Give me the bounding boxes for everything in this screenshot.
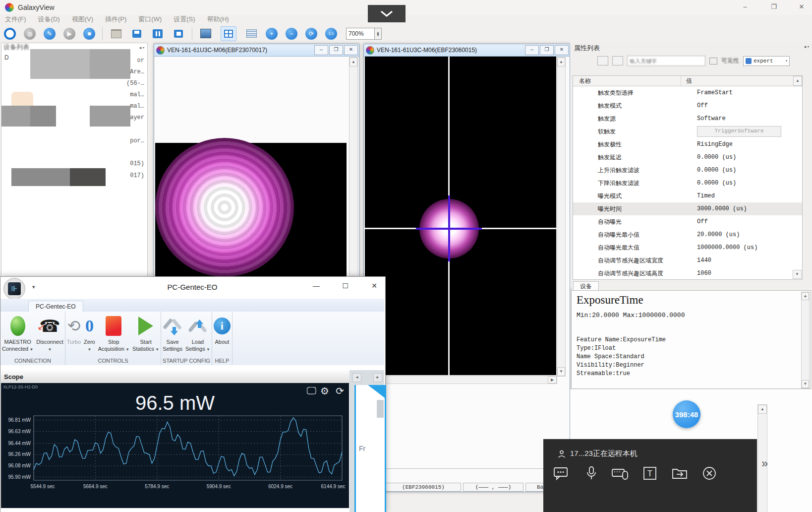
property-value[interactable]: 1060 (697, 270, 711, 277)
zero-button[interactable]: 0Zero ▼ (84, 314, 95, 353)
panel-pin-icon[interactable]: ◂ ▪ (804, 44, 809, 49)
scroll-right-icon[interactable]: ▶ (548, 376, 557, 384)
property-row[interactable]: 触发模式Off (573, 99, 802, 112)
gentec-minimize-button[interactable]: — (313, 282, 320, 290)
single-window-icon[interactable] (173, 28, 184, 39)
camera2-minimize-button[interactable]: – (525, 45, 539, 55)
visibility-dropdown[interactable]: expert ▾ (743, 56, 790, 66)
property-row[interactable]: 触发类型选择FrameStart (573, 86, 802, 99)
menu-item[interactable]: 视图(V) (72, 14, 93, 25)
camera1-maximize-button[interactable]: ❐ (329, 45, 343, 55)
camera1-minimize-button[interactable]: – (314, 45, 328, 55)
property-grid-icon[interactable] (245, 28, 257, 39)
property-row[interactable]: 上升沿触发滤波0.0000 (us) (573, 164, 802, 177)
stop-acquisition-button[interactable]: StopAcquisition ▼ (98, 314, 129, 353)
property-value[interactable]: 3000.0000 (us) (697, 205, 747, 212)
scroll-up-icon[interactable]: ▲ (793, 76, 802, 86)
zoom-in-icon[interactable]: + (266, 28, 278, 40)
camera1-titlebar[interactable]: VEN-161-61U3C-M06(EBF23070017) – ❐ ✕ (154, 44, 359, 57)
load-settings-button[interactable]: LoadSettings ▼ (185, 314, 210, 353)
filter-option-icon[interactable] (709, 58, 717, 64)
enumerate-devices-icon[interactable]: ◍ (24, 28, 36, 40)
remote-more-chevron[interactable]: » (761, 456, 768, 470)
open-file-icon[interactable] (110, 28, 122, 39)
property-row[interactable]: 自动曝光最大值1000000.0000 (us) (573, 241, 802, 254)
gentec-maximize-button[interactable]: ☐ (342, 282, 348, 290)
property-row[interactable]: 触发源Software (573, 112, 802, 125)
microphone-icon[interactable] (583, 465, 600, 482)
property-row[interactable]: 自动调节感兴趣区域高度1060 (573, 267, 802, 280)
camera1-vscrollbar[interactable]: ▲ (349, 57, 358, 276)
pause-icon[interactable] (152, 28, 164, 39)
zoom-reset-icon[interactable]: ⟳ (305, 28, 317, 40)
stop-acquisition-icon[interactable]: ■ (83, 28, 95, 40)
save-image-icon[interactable] (131, 28, 143, 39)
keyboard-mouse-icon[interactable] (612, 465, 629, 482)
column-value[interactable]: 值 (681, 76, 793, 86)
panel-next-icon[interactable]: ► (373, 373, 382, 382)
column-name[interactable]: 名称 (573, 76, 681, 86)
file-transfer-icon[interactable] (671, 465, 688, 482)
gentec-ribbon-tab[interactable]: PC-Gentec-EO (28, 301, 83, 312)
scroll-down-icon[interactable]: ▼ (557, 367, 565, 376)
menu-item[interactable]: 插件(P) (105, 14, 126, 25)
menu-item[interactable]: 设备(D) (38, 14, 60, 25)
property-filter-input[interactable] (627, 56, 705, 66)
about-button[interactable]: iAbout (214, 314, 231, 345)
panel-pin-icon[interactable]: ◂ ▪ (139, 45, 144, 50)
close-button[interactable]: ✕ (794, 2, 809, 12)
camera2-close-button[interactable]: ✕ (555, 45, 569, 55)
property-value[interactable]: Software (697, 115, 726, 122)
property-row[interactable]: 触发延迟0.0000 (us) (573, 151, 802, 164)
panel-prev-icon[interactable]: ◄ (352, 373, 361, 382)
zoom-ratio-icon[interactable]: 1:1 (325, 28, 337, 40)
scroll-up-icon[interactable]: ▲ (349, 58, 357, 66)
scroll-down-icon[interactable]: ▼ (802, 380, 809, 388)
connect-device-icon[interactable] (4, 28, 16, 40)
maestro-connected-button[interactable]: MAESTROConnected ▼ (2, 314, 33, 353)
camera2-hscrollbar[interactable]: ▶ (365, 376, 557, 384)
remote-collapse-tab[interactable] (368, 5, 406, 22)
side-scroll-thumb[interactable] (377, 400, 384, 418)
property-row[interactable]: 下降沿触发滤波0.0000 (us) (573, 177, 802, 190)
menu-item[interactable]: 窗口(W) (138, 14, 162, 25)
property-value[interactable]: Off (697, 102, 708, 109)
camera2-vscrollbar[interactable]: ▲ ▼ (557, 57, 566, 377)
property-row[interactable]: 自动曝光最小值20.0000 (us) (573, 228, 802, 241)
tab-device[interactable]: 设备 (573, 281, 599, 291)
property-value[interactable]: 1000000.0000 (us) (697, 244, 757, 251)
property-row[interactable]: 自动调节感兴趣区域宽度1440 (573, 254, 802, 267)
info-scrollbar[interactable]: ▲ ▼ (801, 292, 810, 388)
property-row[interactable]: 触发极性RisingEdge (573, 138, 802, 151)
zoom-level-input[interactable]: 700% (346, 28, 375, 40)
expand-all-button[interactable] (597, 56, 608, 65)
scroll-up-icon[interactable]: ▲ (802, 292, 809, 300)
camera2-maximize-button[interactable]: ❐ (540, 45, 554, 55)
property-value[interactable]: 20.0000 (us) (697, 231, 740, 238)
camera1-close-button[interactable]: ✕ (344, 45, 358, 55)
property-value[interactable]: 0.0000 (us) (697, 154, 736, 161)
edit-config-icon[interactable]: ✎ (44, 28, 56, 40)
property-row[interactable]: 曝光时间3000.0000 (us) (573, 202, 802, 215)
menu-item[interactable]: 文件(F) (5, 14, 26, 25)
property-row[interactable]: 曝光模式Timed (573, 190, 802, 202)
property-row[interactable]: 软触发TriggerSoftware (573, 125, 802, 138)
menu-item[interactable]: 帮助(H) (207, 14, 229, 25)
maximize-button[interactable]: ❐ (766, 2, 781, 12)
camera2-titlebar[interactable]: VEN-161-61U3C-M06(EBF23060015) – ❐ ✕ (364, 44, 570, 57)
property-value[interactable]: 0.0000 (us) (697, 167, 736, 174)
property-value[interactable]: Timed (697, 192, 715, 199)
chat-icon[interactable] (552, 465, 569, 482)
scroll-up-icon[interactable]: ▲ (557, 58, 565, 66)
zoom-out-icon[interactable]: − (286, 28, 297, 40)
save-settings-button[interactable]: SaveSettings (163, 314, 182, 352)
gentec-close-button[interactable]: ✕ (371, 282, 377, 290)
property-value[interactable]: FrameStart (697, 89, 733, 96)
turbo-button[interactable]: ⟲Turbo (67, 314, 81, 345)
tile-windows-icon[interactable] (221, 26, 236, 41)
remote-timer-bubble[interactable]: 398:48 (673, 400, 700, 428)
property-row[interactable]: 自动曝光Off (573, 215, 802, 228)
camera1-image[interactable] (155, 143, 347, 277)
start-acquisition-icon[interactable]: ▶ (63, 28, 75, 40)
trigger-software-button[interactable]: TriggerSoftware (697, 126, 781, 137)
